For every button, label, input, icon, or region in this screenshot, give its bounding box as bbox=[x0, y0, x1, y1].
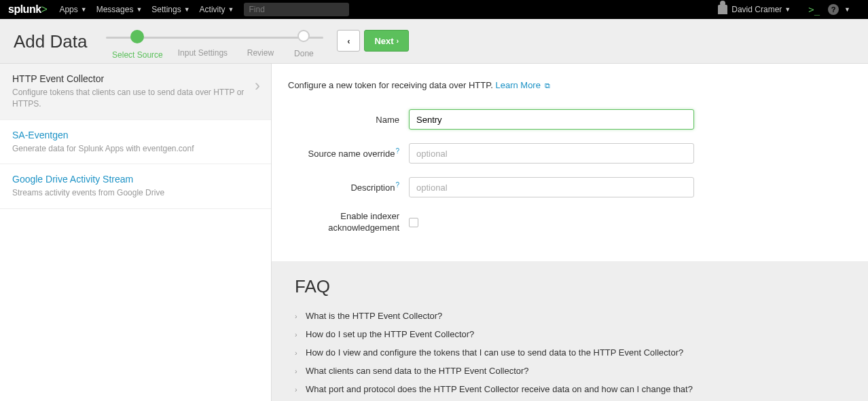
page-title: Add Data bbox=[14, 31, 87, 52]
step-select-source[interactable]: Select Source bbox=[106, 30, 168, 60]
logo[interactable]: splunk> bbox=[8, 3, 47, 16]
source-google-drive[interactable]: Google Drive Activity Stream Streams act… bbox=[0, 164, 271, 209]
nav-settings[interactable]: Settings▼ bbox=[151, 5, 189, 14]
nav-user-menu[interactable]: David Cramer▼ bbox=[718, 5, 791, 14]
caret-down-icon: ▼ bbox=[844, 6, 850, 13]
description-input[interactable] bbox=[409, 177, 694, 197]
help-icon: ? bbox=[828, 4, 839, 15]
nav-activity[interactable]: Activity▼ bbox=[200, 5, 234, 14]
nav-apps[interactable]: Apps▼ bbox=[59, 5, 86, 14]
name-label: Name bbox=[288, 115, 409, 125]
learn-more-link[interactable]: Learn More ⧉ bbox=[495, 80, 549, 90]
faq-item[interactable]: ›How do I set up the HTTP Event Collecto… bbox=[295, 325, 848, 343]
back-button[interactable]: ‹ bbox=[337, 30, 360, 52]
source-desc: Configure tokens that clients can use to… bbox=[12, 87, 259, 110]
source-desc: Streams activity events from Google Driv… bbox=[12, 187, 259, 199]
top-navbar: splunk> Apps▼ Messages▼ Settings▼ Activi… bbox=[0, 0, 868, 19]
chevron-right-icon: › bbox=[295, 330, 300, 339]
chevron-right-icon: › bbox=[397, 37, 399, 45]
step-dot-icon bbox=[130, 30, 144, 43]
caret-down-icon: ▼ bbox=[784, 6, 791, 13]
indexer-ack-label: Enable indexeracknowledgement bbox=[288, 211, 409, 234]
faq-item[interactable]: ›How do I view and configure the tokens … bbox=[295, 343, 848, 362]
source-override-label: Source name override? bbox=[288, 147, 409, 159]
user-icon bbox=[718, 5, 727, 14]
source-http-event-collector[interactable]: HTTP Event Collector Configure tokens th… bbox=[0, 64, 271, 120]
config-panel: Configure a new token for receiving data… bbox=[272, 64, 868, 401]
chevron-left-icon: ‹ bbox=[347, 36, 350, 46]
caret-down-icon: ▼ bbox=[184, 6, 190, 13]
source-sa-eventgen[interactable]: SA-Eventgen Generate data for Splunk App… bbox=[0, 120, 271, 165]
faq-item[interactable]: ›What port and protocol does the HTTP Ev… bbox=[295, 380, 848, 398]
nav-messages[interactable]: Messages▼ bbox=[96, 5, 143, 14]
nav-help-menu[interactable]: ?▼ bbox=[828, 4, 850, 15]
faq-item[interactable]: ›What is the HTTP Event Collector? bbox=[295, 307, 848, 325]
name-input[interactable] bbox=[409, 109, 694, 130]
step-input-settings: Input Settings bbox=[168, 30, 236, 58]
chevron-right-icon: › bbox=[295, 385, 300, 394]
source-desc: Generate data for Splunk Apps with event… bbox=[12, 143, 259, 155]
source-override-input[interactable] bbox=[409, 143, 694, 164]
source-sidebar: HTTP Event Collector Configure tokens th… bbox=[0, 64, 272, 401]
chevron-right-icon: › bbox=[295, 312, 300, 320]
chevron-right-icon: › bbox=[295, 349, 300, 357]
wizard-stepper: Select Source Input Settings Review Done bbox=[106, 30, 323, 60]
source-title: SA-Eventgen bbox=[12, 130, 259, 140]
next-button[interactable]: Next› bbox=[364, 30, 409, 52]
page-header: Add Data Select Source Input Settings Re… bbox=[0, 19, 868, 64]
source-title: HTTP Event Collector bbox=[12, 73, 259, 84]
description-label: Description? bbox=[288, 181, 409, 193]
faq-section: FAQ ›What is the HTTP Event Collector? ›… bbox=[272, 261, 868, 401]
step-dot-icon bbox=[297, 30, 310, 42]
config-intro-text: Configure a new token for receiving data… bbox=[288, 80, 493, 90]
faq-item[interactable]: ›What clients can send data to the HTTP … bbox=[295, 362, 848, 380]
faq-heading: FAQ bbox=[295, 276, 848, 297]
step-review: Review bbox=[236, 30, 284, 58]
external-link-icon: ⧉ bbox=[545, 81, 550, 90]
global-search-input[interactable] bbox=[244, 3, 349, 16]
step-done: Done bbox=[284, 30, 323, 58]
caret-down-icon: ▼ bbox=[136, 6, 142, 13]
help-tooltip-icon[interactable]: ? bbox=[395, 181, 399, 189]
caret-down-icon: ▼ bbox=[228, 6, 234, 13]
caret-down-icon: ▼ bbox=[81, 6, 87, 13]
nav-console-icon[interactable]: >_ bbox=[808, 4, 820, 15]
source-title: Google Drive Activity Stream bbox=[12, 174, 259, 185]
indexer-ack-checkbox[interactable] bbox=[409, 218, 418, 227]
chevron-right-icon: › bbox=[295, 367, 300, 375]
help-tooltip-icon[interactable]: ? bbox=[395, 147, 399, 155]
